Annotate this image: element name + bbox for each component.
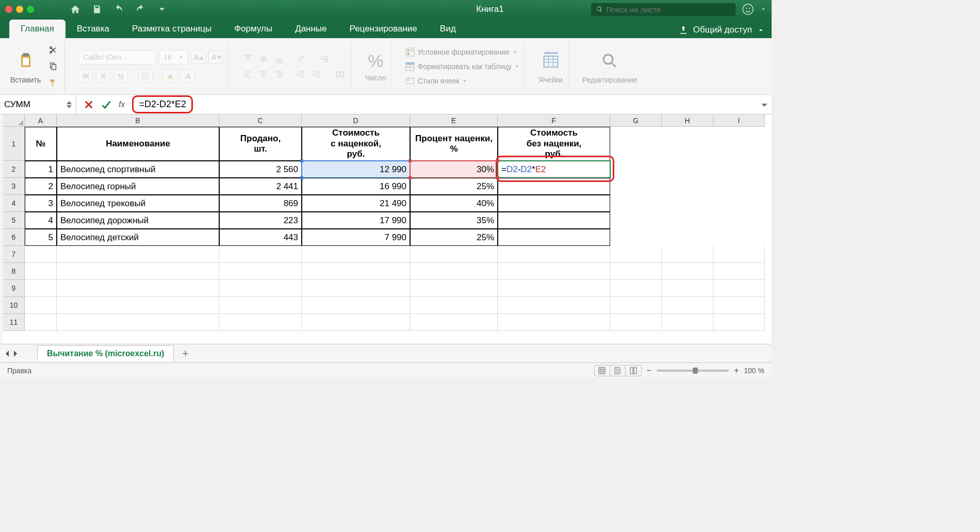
- cell-D11[interactable]: [302, 314, 410, 331]
- cell-C6[interactable]: 443: [219, 229, 302, 246]
- formula-input[interactable]: =D2-D2*E2: [139, 99, 186, 109]
- cell-B1[interactable]: Наименование: [57, 127, 219, 161]
- align-left-button[interactable]: [242, 68, 254, 80]
- cell-H11[interactable]: [662, 314, 713, 331]
- cell-H7[interactable]: [662, 246, 713, 263]
- customize-qat-icon[interactable]: [157, 4, 167, 14]
- confirm-formula-icon[interactable]: [101, 99, 111, 110]
- fx-icon[interactable]: fx: [119, 100, 125, 109]
- paste-button[interactable]: [13, 48, 38, 73]
- column-header-G[interactable]: G: [610, 114, 662, 127]
- cell-D9[interactable]: [302, 280, 410, 297]
- zoom-out-button[interactable]: −: [647, 366, 651, 375]
- cell-G8[interactable]: [610, 263, 662, 280]
- cell-B11[interactable]: [57, 314, 219, 331]
- cell-H8[interactable]: [662, 263, 713, 280]
- sheet-tab[interactable]: Вычитание % (microexcel.ru): [37, 345, 174, 361]
- row-header-7[interactable]: 7: [3, 246, 25, 263]
- row-header-4[interactable]: 4: [3, 195, 25, 212]
- cell-F5[interactable]: [498, 212, 610, 229]
- cell-D2[interactable]: 12 990: [302, 161, 410, 178]
- search-input[interactable]: [606, 5, 730, 14]
- increase-font-button[interactable]: A▴: [191, 51, 205, 64]
- font-color-button[interactable]: A: [181, 69, 195, 82]
- cell-E5[interactable]: 35%: [410, 212, 498, 229]
- cell-F10[interactable]: [498, 297, 610, 314]
- cell-A3[interactable]: 2: [25, 178, 57, 195]
- cell-G9[interactable]: [610, 280, 662, 297]
- home-icon[interactable]: [70, 4, 80, 14]
- cell-E9[interactable]: [410, 280, 498, 297]
- cell-F9[interactable]: [498, 280, 610, 297]
- bold-button[interactable]: Ж: [78, 69, 93, 82]
- cell-B8[interactable]: [57, 263, 219, 280]
- cell-F8[interactable]: [498, 263, 610, 280]
- cell-C10[interactable]: [219, 297, 302, 314]
- cell-I7[interactable]: [713, 246, 765, 263]
- row-header-1[interactable]: 1: [3, 127, 25, 161]
- format-painter-button[interactable]: [47, 77, 59, 89]
- cell-F2[interactable]: =D2-D2*E2: [498, 161, 610, 178]
- cell-H10[interactable]: [662, 297, 713, 314]
- cell-B3[interactable]: Велосипед горный: [57, 178, 219, 195]
- cell-B6[interactable]: Велосипед детский: [57, 229, 219, 246]
- cell-F1[interactable]: Стоимостьбез наценки,руб.: [498, 127, 610, 161]
- zoom-slider[interactable]: [657, 370, 729, 372]
- name-box-dropdown[interactable]: [67, 101, 72, 109]
- expand-formula-bar-icon[interactable]: [761, 100, 772, 109]
- page-layout-view-button[interactable]: [610, 365, 626, 376]
- cell-G10[interactable]: [610, 297, 662, 314]
- page-break-view-button[interactable]: [626, 365, 641, 376]
- cell-F11[interactable]: [498, 314, 610, 331]
- search-box[interactable]: [591, 3, 736, 16]
- orientation-button[interactable]: [295, 53, 307, 65]
- decrease-font-button[interactable]: A▾: [208, 51, 223, 64]
- row-header-3[interactable]: 3: [3, 178, 25, 195]
- cell-E7[interactable]: [410, 246, 498, 263]
- cell-B10[interactable]: [57, 297, 219, 314]
- row-header-9[interactable]: 9: [3, 280, 25, 297]
- cell-A4[interactable]: 3: [25, 195, 57, 212]
- cell-D3[interactable]: 16 990: [302, 178, 410, 195]
- column-header-C[interactable]: C: [219, 114, 302, 127]
- cell-E11[interactable]: [410, 314, 498, 331]
- maximize-window-button[interactable]: [27, 6, 34, 13]
- row-header-2[interactable]: 2: [3, 161, 25, 178]
- cell-E1[interactable]: Процент наценки,%: [410, 127, 498, 161]
- font-name-select[interactable]: Calibri (Осн...: [78, 50, 156, 64]
- column-header-I[interactable]: I: [713, 114, 765, 127]
- decrease-indent-button[interactable]: [295, 68, 307, 80]
- sheet-nav-prev-icon[interactable]: [4, 350, 10, 357]
- add-sheet-button[interactable]: +: [178, 346, 192, 361]
- minimize-window-button[interactable]: [16, 6, 23, 13]
- cell-F3[interactable]: [498, 178, 610, 195]
- cell-C5[interactable]: 223: [219, 212, 302, 229]
- cell-D5[interactable]: 17 990: [302, 212, 410, 229]
- format-as-table-button[interactable]: Форматировать как таблицу▼: [405, 61, 519, 72]
- cell-B4[interactable]: Велосипед трековый: [57, 195, 219, 212]
- font-size-select[interactable]: 16▼: [159, 50, 188, 64]
- spreadsheet-grid[interactable]: ABCDEFGHI 1234567891011 №НаименованиеПро…: [0, 114, 772, 344]
- cell-D4[interactable]: 21 490: [302, 195, 410, 212]
- cell-I9[interactable]: [713, 280, 765, 297]
- cell-A6[interactable]: 5: [25, 229, 57, 246]
- row-header-11[interactable]: 11: [3, 314, 25, 331]
- cell-C2[interactable]: 2 560: [219, 161, 302, 178]
- name-box[interactable]: СУММ: [0, 95, 76, 114]
- cell-B7[interactable]: [57, 246, 219, 263]
- column-header-A[interactable]: A: [25, 114, 57, 127]
- underline-button[interactable]: Ч: [113, 69, 128, 82]
- cell-A8[interactable]: [25, 263, 57, 280]
- save-icon[interactable]: [92, 4, 102, 14]
- column-header-F[interactable]: F: [498, 114, 610, 127]
- cell-A9[interactable]: [25, 280, 57, 297]
- find-button[interactable]: [597, 48, 622, 73]
- cell-C4[interactable]: 869: [219, 195, 302, 212]
- cell-I11[interactable]: [713, 314, 765, 331]
- row-header-6[interactable]: 6: [3, 229, 25, 246]
- borders-button[interactable]: [138, 69, 153, 82]
- cell-A1[interactable]: №: [25, 127, 57, 161]
- column-header-D[interactable]: D: [302, 114, 410, 127]
- cell-E2[interactable]: 30%: [410, 161, 498, 178]
- cut-button[interactable]: [47, 44, 59, 56]
